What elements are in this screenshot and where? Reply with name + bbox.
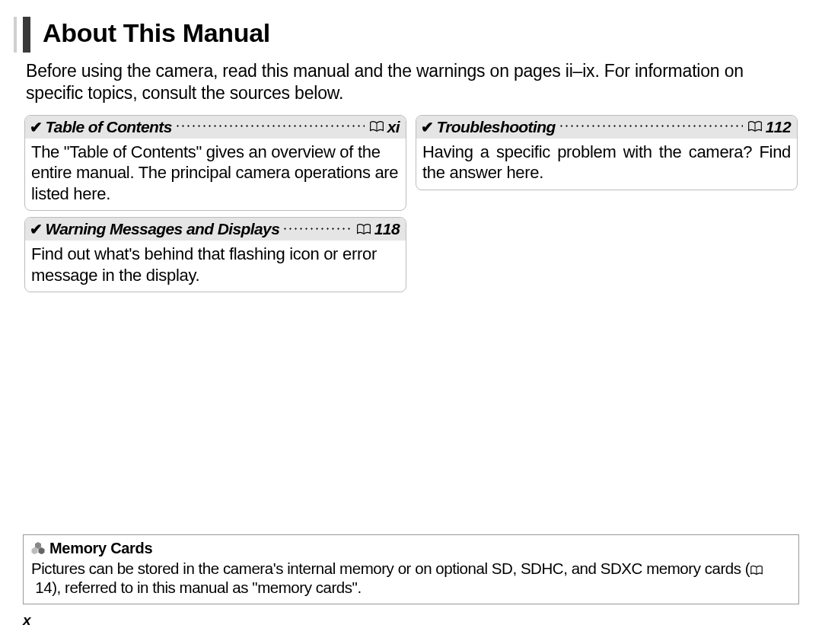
leader-dots	[282, 227, 352, 231]
book-icon	[747, 121, 763, 132]
info-columns: ✔ Table of Contents xi The "Table of Con…	[23, 115, 799, 293]
svg-marker-5	[39, 547, 45, 554]
leader-dots	[175, 124, 365, 128]
leader-dots	[559, 124, 743, 128]
card-table-of-contents: ✔ Table of Contents xi The "Table of Con…	[24, 115, 406, 212]
card-header: ✔ Warning Messages and Displays 118	[25, 218, 406, 241]
note-title: Memory Cards	[49, 540, 152, 557]
page-reference: 118	[374, 220, 400, 238]
svg-marker-4	[32, 547, 38, 554]
card-body: The "Table of Contents" gives an overvie…	[25, 139, 406, 211]
title-block: About This Manual	[23, 17, 799, 53]
left-column: ✔ Table of Contents xi The "Table of Con…	[24, 115, 406, 293]
card-troubleshooting: ✔ Troubleshooting 112 Having a specific …	[416, 115, 798, 190]
book-icon	[750, 566, 763, 575]
note-body: Pictures can be stored in the camera's i…	[31, 559, 791, 598]
note-body-post: ), referred to in this manual as "memory…	[52, 579, 362, 596]
intro-paragraph: Before using the camera, read this manua…	[26, 60, 796, 104]
note-header: Memory Cards	[31, 540, 791, 557]
check-icon: ✔	[421, 118, 433, 136]
page-reference: 112	[766, 118, 791, 136]
svg-marker-3	[35, 542, 41, 549]
card-body: Having a specific problem with the camer…	[416, 139, 797, 190]
page-reference: xi	[387, 118, 400, 136]
book-icon	[356, 224, 371, 235]
note-body-pre: Pictures can be stored in the camera's i…	[31, 560, 750, 577]
right-column: ✔ Troubleshooting 112 Having a specific …	[416, 115, 798, 293]
card-header: ✔ Troubleshooting 112	[416, 116, 797, 139]
note-body-page: 14	[35, 579, 52, 596]
card-title: Warning Messages and Displays	[45, 220, 279, 238]
page-title: About This Manual	[43, 18, 799, 48]
card-header: ✔ Table of Contents xi	[25, 116, 406, 139]
note-memory-cards: Memory Cards Pictures can be stored in t…	[23, 534, 799, 604]
card-body: Find out what's behind that flashing ico…	[25, 241, 406, 292]
page-number: x	[23, 612, 31, 629]
book-icon	[369, 121, 384, 132]
check-icon: ✔	[30, 220, 42, 238]
cluster-icon	[31, 542, 45, 554]
manual-page: About This Manual Before using the camer…	[23, 17, 799, 626]
card-title: Table of Contents	[45, 118, 171, 136]
card-warning-messages: ✔ Warning Messages and Displays 118 Find…	[24, 217, 406, 292]
check-icon: ✔	[30, 118, 42, 136]
card-title: Troubleshooting	[436, 118, 555, 136]
